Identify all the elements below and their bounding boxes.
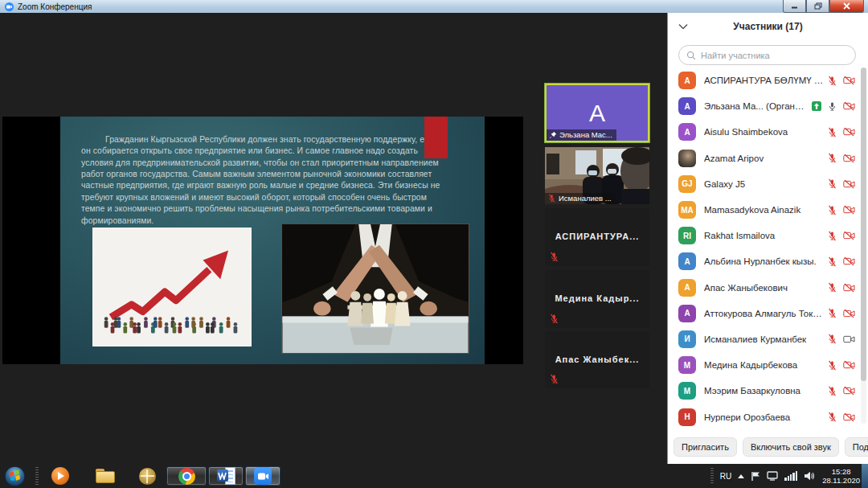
participants-list: А АСПИРАНТУРА БӨЛҮМҮ (Я) A Эльзана Ма...… <box>668 68 858 429</box>
mic-muted-icon[interactable] <box>827 205 837 215</box>
mic-muted-icon[interactable] <box>827 308 837 318</box>
camera-off-icon[interactable] <box>843 127 855 137</box>
mic-muted-icon[interactable] <box>827 360 837 371</box>
participant-name: Rakhat Ismailova <box>704 231 824 240</box>
search-input[interactable] <box>701 51 848 60</box>
participant-row[interactable]: A Aisulu Shaimbekova <box>668 119 858 145</box>
camera-off-icon[interactable] <box>843 386 855 396</box>
camera-off-icon[interactable] <box>843 309 855 318</box>
participant-row[interactable]: М Мээрим Базаркуловна <box>668 378 858 404</box>
windows-taskbar: RU 15:28 28.11.2020 <box>0 464 868 488</box>
camera-off-icon[interactable] <box>843 283 855 293</box>
mic-muted-icon[interactable] <box>827 412 837 422</box>
mic-muted-icon[interactable] <box>827 231 837 241</box>
mic-muted-icon[interactable] <box>827 282 837 293</box>
camera-off-icon[interactable] <box>843 205 855 215</box>
restore-button[interactable] <box>806 0 829 13</box>
show-desktop-button[interactable] <box>861 464 868 488</box>
mic-muted-icon <box>547 194 556 203</box>
participants-title: Участники (17) <box>733 21 802 32</box>
participant-row[interactable]: М Медина Кадырбекова <box>668 352 858 378</box>
participant-row[interactable]: А АСПИРАНТУРА БӨЛҮМҮ (Я) <box>668 68 858 93</box>
video-tile[interactable]: АСПИРАНТУРА... <box>545 208 649 266</box>
participant-name: Мээрим Базаркуловна <box>704 386 824 396</box>
invite-button[interactable]: Пригласить <box>674 437 737 457</box>
participant-name: Апас Жаныбекович <box>704 283 824 293</box>
participant-avatar: A <box>678 305 696 322</box>
mic-muted-icon[interactable] <box>827 178 837 189</box>
mic-muted-icon[interactable] <box>827 334 837 344</box>
mic-muted-icon <box>549 374 559 384</box>
participant-row[interactable]: RI Rakhat Ismailova <box>668 223 858 248</box>
participant-avatar: MA <box>678 201 696 219</box>
participant-avatar: GJ <box>678 175 696 193</box>
participant-row[interactable]: A Аттокурова Алмагуль Токтосун... <box>668 301 858 326</box>
camera-on-icon[interactable] <box>843 334 855 344</box>
mic-muted-icon[interactable] <box>827 153 837 163</box>
protection-hands-image <box>281 223 469 354</box>
mic-muted-icon[interactable] <box>827 76 837 86</box>
collapse-panel-chevron-icon[interactable] <box>678 23 688 30</box>
participant-name: АСПИРАНТУРА БӨЛҮМҮ (Я) <box>704 76 824 85</box>
window-titlebar[interactable]: Zoom Конференция <box>0 0 868 13</box>
language-indicator[interactable]: RU <box>720 472 731 481</box>
participant-row[interactable]: Azamat Aripov <box>668 146 858 171</box>
video-tile[interactable]: Медина Кадыр... <box>545 270 649 328</box>
growth-arrow-image <box>92 228 252 347</box>
scrollbar-thumb[interactable] <box>861 68 866 381</box>
tile-name-label: Исманалиев ... <box>545 193 616 204</box>
taskbar-clock[interactable]: 15:28 28.11.2020 <box>822 467 860 485</box>
participant-row[interactable]: A Эльзана Ма... (Организатор) <box>668 93 858 119</box>
participant-name: Исманалиев Курманбек <box>704 334 824 344</box>
camera-off-icon[interactable] <box>843 412 855 422</box>
participant-row[interactable]: A Альбина Нурланбек кызы. <box>668 248 858 274</box>
raise-hand-button[interactable]: Поднять руку <box>845 437 868 457</box>
minimize-button[interactable] <box>783 0 806 13</box>
participants-scrollbar[interactable] <box>861 68 866 424</box>
taskbar-explorer-icon[interactable] <box>94 466 117 486</box>
camera-off-icon[interactable] <box>843 154 855 163</box>
participants-footer: Пригласить Включить свой звук Поднять ру… <box>668 430 868 464</box>
camera-off-icon[interactable] <box>843 179 855 189</box>
camera-off-icon[interactable] <box>843 231 855 240</box>
camera-off-icon[interactable] <box>843 256 855 266</box>
close-button[interactable] <box>829 0 864 13</box>
tray-grip <box>710 468 714 484</box>
participant-row[interactable]: MA Mamasadykova Ainazik <box>668 197 858 223</box>
video-tile[interactable]: A Эльзана Мас... <box>545 84 649 142</box>
participant-avatar: Н <box>678 408 696 426</box>
action-center-flag-icon[interactable] <box>751 471 760 482</box>
start-button[interactable] <box>4 465 26 487</box>
taskbar-chrome-button[interactable] <box>166 466 207 486</box>
network-device-icon[interactable] <box>767 471 778 481</box>
video-tile[interactable]: Апас Жаныбек... <box>545 331 649 388</box>
taskbar-media-player-icon[interactable] <box>50 466 71 486</box>
slide-red-accent <box>424 117 448 158</box>
mic-muted-icon[interactable] <box>827 386 837 396</box>
mic-muted-icon[interactable] <box>827 127 837 137</box>
taskbar-word-button[interactable] <box>208 466 244 486</box>
camera-off-icon[interactable] <box>843 76 855 85</box>
camera-off-icon[interactable] <box>843 101 855 111</box>
participant-row[interactable]: Н Нурпери Орозбаева <box>668 404 858 429</box>
taskbar-zoom-button[interactable] <box>245 466 280 486</box>
pin-icon <box>549 131 557 139</box>
camera-off-icon[interactable] <box>843 360 855 370</box>
participant-name: Эльзана Ма... (Организатор) <box>704 101 809 111</box>
tile-name-centered: Медина Кадыр... <box>545 293 649 303</box>
hidden-icons-arrow[interactable] <box>738 474 744 478</box>
participant-search[interactable] <box>678 45 856 65</box>
volume-icon[interactable] <box>804 471 814 481</box>
participant-avatar: М <box>678 382 696 400</box>
taskbar-browser-icon[interactable] <box>137 466 158 486</box>
participant-row[interactable]: A Апас Жаныбекович <box>668 275 858 301</box>
participant-row[interactable]: И Исманалиев Курманбек <box>668 326 858 352</box>
participant-row[interactable]: GJ Galaxy J5 <box>668 171 858 197</box>
signal-strength-icon[interactable] <box>784 471 797 481</box>
mic-on-icon[interactable] <box>827 101 837 112</box>
participant-avatar: А <box>678 72 696 89</box>
participant-avatar: И <box>678 330 696 348</box>
mic-muted-icon[interactable] <box>827 256 837 267</box>
unmute-button[interactable]: Включить свой звук <box>743 437 839 457</box>
video-tile[interactable]: Исманалиев ... <box>545 147 649 204</box>
